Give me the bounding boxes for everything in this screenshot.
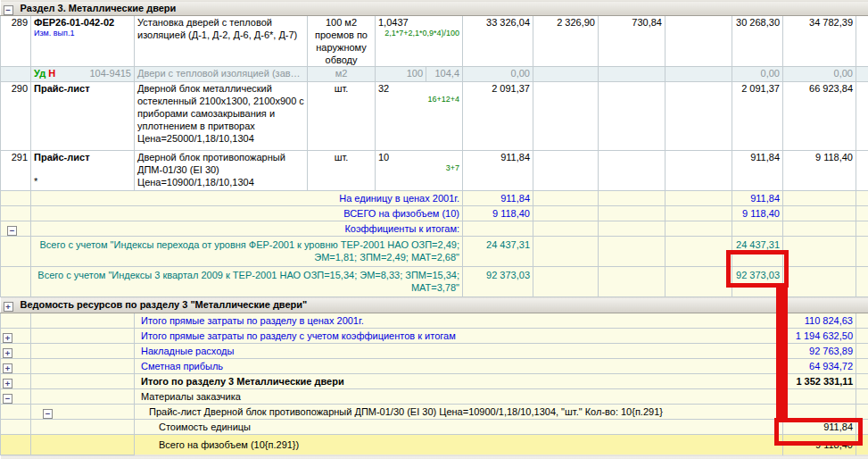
quantity-cell[interactable]: 10 3+7 xyxy=(376,151,463,191)
expander-cell[interactable] xyxy=(1,405,31,420)
total-value-cell[interactable]: 92 763,89 xyxy=(783,344,856,359)
estimate-row-289[interactable]: 289 ФЕР26-01-042-02 Изм. вып.1 Установка… xyxy=(1,16,868,67)
cost-col7-cell[interactable] xyxy=(533,67,599,82)
empty-cell[interactable] xyxy=(665,191,732,206)
row-number-cell[interactable]: 291 xyxy=(1,151,31,191)
estimate-resources-header-cell[interactable]: + Ведомость ресурсов по смете xyxy=(1,455,868,459)
total-value-cell[interactable] xyxy=(783,405,856,420)
edge-cell[interactable] xyxy=(856,329,868,344)
empty-cell[interactable] xyxy=(599,237,665,267)
total-per-unit-cell[interactable]: 0,00 xyxy=(732,67,783,82)
total-per-unit-cell[interactable]: 911,84 xyxy=(732,151,783,191)
index-label-cell[interactable]: Всего с учетом "Индексы 3 квартал 2009 к… xyxy=(31,267,463,297)
empty-cell[interactable] xyxy=(665,206,732,221)
unit-cell[interactable]: м2 xyxy=(308,67,376,82)
total-label-cell[interactable]: Сметная прибыль xyxy=(135,359,783,374)
summary-label-cell[interactable]: На единицу в ценах 2001г. xyxy=(31,191,463,206)
edge-cell[interactable] xyxy=(856,267,868,297)
edge-cell[interactable] xyxy=(856,151,868,191)
expand-icon[interactable]: + xyxy=(3,363,12,373)
summary-label-cell[interactable]: ВСЕГО на физобъем (10) xyxy=(31,206,463,221)
index-value-cell[interactable]: 92 373,03 xyxy=(463,267,533,297)
row-number-cell[interactable] xyxy=(1,67,31,82)
total-value-cell[interactable]: 64 934,72 xyxy=(783,359,856,374)
total-label-cell[interactable]: Материалы заказчика xyxy=(135,389,783,405)
expander-cell[interactable]: − xyxy=(1,221,31,237)
estimate-row-290[interactable]: 290 Прайс-лист Дверной блок металлически… xyxy=(1,82,868,151)
edge-cell[interactable] xyxy=(856,82,868,151)
profit-row[interactable]: + Сметная прибыль 64 934,72 xyxy=(1,359,868,374)
empty-cell[interactable] xyxy=(783,191,856,206)
unit-cell[interactable]: 100 м2 проемов по наружному обводу xyxy=(308,16,376,67)
expander-cell[interactable] xyxy=(1,191,31,206)
total-per-unit-cell[interactable]: 30 268,30 xyxy=(732,16,783,67)
unit-cost-cell[interactable]: 2 091,37 xyxy=(463,82,533,151)
unit-cell[interactable]: шт. xyxy=(308,82,376,151)
edge-cell[interactable] xyxy=(856,237,868,267)
work-name-cell[interactable]: Дверной блок металлический остекленный 2… xyxy=(135,82,308,151)
summary-per-unit-row[interactable]: На единицу в ценах 2001г. 911,84 911,84 xyxy=(1,191,868,206)
expand-icon[interactable]: + xyxy=(3,348,12,358)
empty-cell[interactable] xyxy=(533,191,599,206)
empty-cell[interactable] xyxy=(783,267,856,297)
summary-value-cell[interactable]: 911,84 xyxy=(463,191,533,206)
expander-cell[interactable] xyxy=(1,237,31,267)
total-cell[interactable]: 0,00 xyxy=(783,67,856,82)
empty-cell[interactable] xyxy=(783,221,856,237)
empty-cell[interactable] xyxy=(599,267,665,297)
expander-cell[interactable] xyxy=(1,267,31,297)
expander-cell[interactable] xyxy=(1,206,31,221)
summary-total-cell[interactable]: 9 118,40 xyxy=(732,206,783,221)
coefficients-header-row[interactable]: − Коэффициенты к итогам: xyxy=(1,221,868,237)
edge-cell[interactable] xyxy=(856,405,868,420)
total-label-cell[interactable]: Итого по разделу 3 Металлические двери xyxy=(135,374,783,389)
expander-cell[interactable]: + xyxy=(1,344,31,359)
empty-cell[interactable] xyxy=(599,221,665,237)
indent-cell[interactable] xyxy=(31,344,135,359)
collapse-icon[interactable]: − xyxy=(7,226,17,236)
total-value-cell[interactable]: 1 352 331,11 xyxy=(783,374,856,389)
indent-cell[interactable] xyxy=(31,329,135,344)
cost-col7-cell[interactable]: 2 326,90 xyxy=(533,16,599,67)
justification-cell[interactable]: Прайс-лист * xyxy=(31,151,135,191)
indent-cell[interactable] xyxy=(31,359,135,374)
edge-cell[interactable] xyxy=(856,389,868,405)
cost-col9-cell[interactable] xyxy=(665,82,732,151)
total-value-cell[interactable]: 110 824,63 xyxy=(783,313,856,329)
expander-cell[interactable]: + xyxy=(1,374,31,389)
total-label-cell[interactable]: Накладные расходы xyxy=(135,344,783,359)
total-cell[interactable]: 34 782,39 xyxy=(783,16,856,67)
edge-cell[interactable] xyxy=(856,344,868,359)
material-total-phys-row-selected[interactable]: Всего на физобъем (10{п.291}) 9 118,40 xyxy=(1,435,868,455)
estimate-resources-header-row[interactable]: + Ведомость ресурсов по смете xyxy=(1,455,868,459)
summary-total-cell[interactable]: 911,84 xyxy=(732,191,783,206)
expand-icon[interactable]: + xyxy=(3,379,12,388)
row-number-cell[interactable]: 289 xyxy=(1,16,31,67)
expander-cell[interactable]: − xyxy=(1,389,31,405)
indent-cell[interactable] xyxy=(31,435,135,455)
justification-cell[interactable]: УдН 104-9415 xyxy=(31,67,135,82)
empty-cell[interactable] xyxy=(599,191,665,206)
empty-cell[interactable] xyxy=(533,237,599,267)
edge-cell[interactable] xyxy=(856,221,868,237)
edge-cell[interactable] xyxy=(856,206,868,221)
justification-cell[interactable]: Прайс-лист xyxy=(31,82,135,151)
edge-cell[interactable] xyxy=(856,313,868,329)
collapse-icon[interactable]: − xyxy=(43,409,53,419)
section-total-row[interactable]: + Итого по разделу 3 Металлические двери… xyxy=(1,374,868,389)
cost-col8-cell[interactable]: 730,84 xyxy=(599,16,665,67)
edge-cell[interactable] xyxy=(856,191,868,206)
work-name-cell[interactable]: Дверной блок противопожарный ДПМ-01/30 (… xyxy=(135,151,308,191)
empty-cell[interactable] xyxy=(732,221,783,237)
expander-cell[interactable]: + xyxy=(1,359,31,374)
total-value-cell[interactable]: 1 194 632,50 xyxy=(783,329,856,344)
summary-value-cell[interactable]: 9 118,40 xyxy=(463,206,533,221)
cost-col9-cell[interactable] xyxy=(665,16,732,67)
resources-section-header-row[interactable]: + Ведомость ресурсов по разделу 3 "Метал… xyxy=(1,297,868,313)
total-per-unit-cell[interactable]: 2 091,37 xyxy=(732,82,783,151)
cost-col8-cell[interactable] xyxy=(599,82,665,151)
material-unit-cost-row[interactable]: Стоимость единицы 911,84 xyxy=(1,420,868,435)
empty-cell[interactable] xyxy=(665,267,732,297)
cost-col9-cell[interactable] xyxy=(665,151,732,191)
total-label-cell[interactable]: Итого прямые затраты по разделу в ценах … xyxy=(135,313,783,329)
